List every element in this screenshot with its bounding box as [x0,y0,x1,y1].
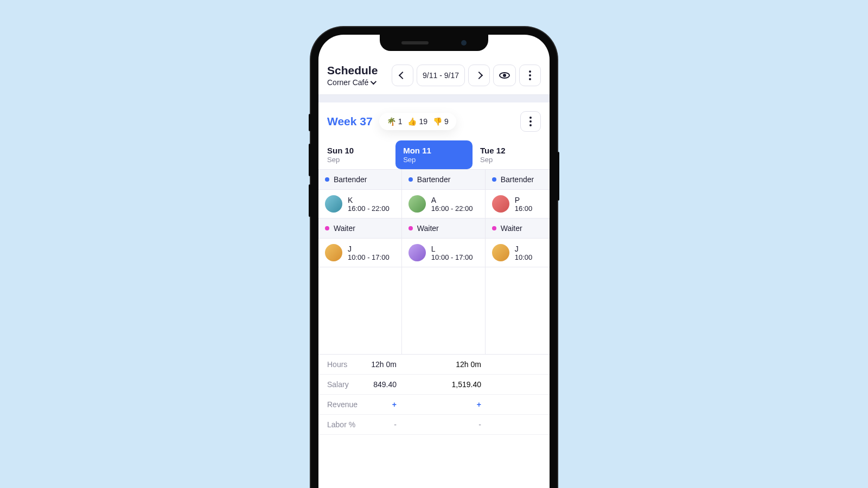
add-revenue-button[interactable]: + [403,395,488,414]
header-left: Schedule Corner Café [327,64,388,87]
notch [380,35,488,51]
shift-item[interactable]: A 16:00 - 22:00 [402,190,485,219]
kpi-value [488,355,548,374]
phone-screen: Schedule Corner Café 9/11 - 9/17 W [318,35,550,488]
kpi-section: Hours 12h 0m 12h 0m Salary 849.40 1,519.… [318,354,550,435]
volume-up-button [309,144,311,176]
role-dot-icon [409,177,413,182]
shift-info: L 10:00 - 17:00 [431,245,473,261]
shift-time: 10:00 - 17:00 [348,253,390,261]
schedule-column: Bartender P 16:00 Waiter [486,170,550,354]
shift-name: K [348,196,390,204]
eye-icon [499,72,510,79]
thumbs-up-icon: 👍 [407,117,417,126]
schedule-grid: Bartender K 16:00 - 22:00 Waiter [318,169,550,354]
vacation-stat: 🌴 1 [387,117,403,126]
avatar [492,195,509,213]
page-title: Schedule [327,64,388,77]
shift-item[interactable]: J 10:00 - 17:00 [318,239,401,267]
week-stats-pill[interactable]: 🌴 1 👍 19 👎 9 [379,113,456,130]
day-tab-mon[interactable]: Mon 11 Sep [395,140,473,169]
kpi-value: - [403,415,488,434]
shift-time: 10:00 [515,253,533,261]
next-week-button[interactable] [468,65,490,86]
kpi-row-revenue: Revenue + + [318,395,550,415]
avatar [409,195,426,213]
header-controls: 9/11 - 9/17 [392,65,541,86]
shift-info: A 16:00 - 22:00 [431,196,473,213]
day-month: Sep [403,156,465,164]
shift-time: 10:00 - 17:00 [431,253,473,261]
view-toggle-button[interactable] [493,65,516,86]
palm-icon: 🌴 [387,117,396,126]
day-month: Sep [327,156,388,164]
day-name: Sun 10 [327,146,388,155]
role-header-bartender: Bartender [486,170,550,190]
day-tab-tue[interactable]: Tue 12 Sep [473,140,550,169]
mute-switch [309,114,311,131]
shift-time: 16:00 - 22:00 [431,204,473,213]
shift-name: P [515,196,533,204]
role-header-waiter: Waiter [318,219,401,239]
kpi-label: Labor % [318,415,367,434]
volume-down-button [309,184,311,217]
week-title: Week 37 [327,115,373,128]
kpi-value [488,415,548,434]
shift-name: L [431,245,473,253]
phone-frame: Schedule Corner Café 9/11 - 9/17 W [311,27,557,488]
role-dot-icon [492,226,496,230]
shift-time: 16:00 [515,204,533,213]
shift-item[interactable]: K 16:00 - 22:00 [318,190,401,219]
week-row: Week 37 🌴 1 👍 19 👎 9 [318,102,550,140]
dots-vertical-icon [529,117,532,126]
shift-item[interactable]: P 16:00 [486,190,550,219]
approved-count: 19 [419,117,427,126]
denied-count: 9 [444,117,449,126]
location-selector[interactable]: Corner Café [327,78,388,87]
day-name: Mon 11 [403,146,465,155]
divider-bar [318,95,550,102]
role-label: Bartender [334,175,367,184]
kpi-label: Hours [318,355,367,374]
kpi-value: 849.40 [367,375,403,394]
shift-info: J 10:00 [515,245,533,261]
role-dot-icon [325,177,329,182]
role-label: Bartender [417,175,450,184]
role-label: Bartender [501,175,534,184]
kpi-row-hours: Hours 12h 0m 12h 0m [318,355,550,375]
role-header-bartender: Bartender [402,170,485,190]
shift-name: J [515,245,533,253]
kpi-label: Revenue [318,395,367,414]
speaker-icon [401,41,429,44]
avatar [492,244,509,261]
shift-info: J 10:00 - 17:00 [348,245,390,261]
kpi-value: 12h 0m [403,355,488,374]
prev-week-button[interactable] [392,65,413,86]
kpi-value: 1,519.40 [403,375,488,394]
chevron-down-icon [371,79,376,85]
shift-info: P 16:00 [515,196,533,213]
vacation-count: 1 [398,117,403,126]
kpi-value [488,375,548,394]
kpi-label: Salary [318,375,367,394]
shift-time: 16:00 - 22:00 [348,204,390,213]
date-range-button[interactable]: 9/11 - 9/17 [417,65,465,86]
role-label: Waiter [334,224,355,233]
week-menu-button[interactable] [520,111,541,132]
app-root: Schedule Corner Café 9/11 - 9/17 W [318,35,550,435]
day-tab-sun[interactable]: Sun 10 Sep [318,140,395,169]
avatar [325,244,342,261]
schedule-column: Bartender A 16:00 - 22:00 Waiter [402,170,486,354]
add-revenue-button[interactable]: + [367,395,403,414]
kpi-value: - [367,415,403,434]
header-menu-button[interactable] [519,65,541,86]
shift-item[interactable]: J 10:00 [486,239,550,267]
thumbs-down-icon: 👎 [433,117,442,126]
shift-item[interactable]: L 10:00 - 17:00 [402,239,485,267]
role-dot-icon [492,177,496,182]
role-header-waiter: Waiter [402,219,485,239]
kpi-row-labor: Labor % - - [318,415,550,435]
approved-stat: 👍 19 [407,117,427,126]
day-tabs: Sun 10 Sep Mon 11 Sep Tue 12 Sep [318,140,550,169]
arrow-right-icon [475,72,483,79]
